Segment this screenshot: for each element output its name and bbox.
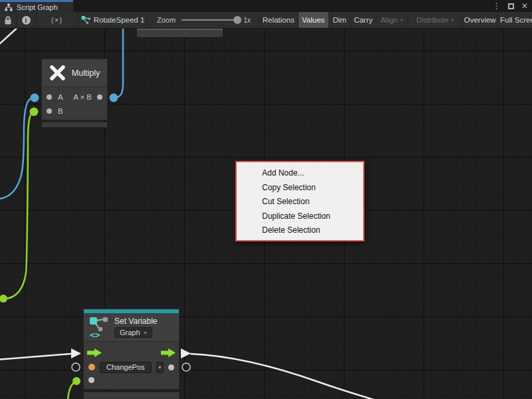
zoom-control: Zoom 1x <box>148 12 259 28</box>
port-label-b: B <box>58 107 63 115</box>
menu-item-duplicate-selection[interactable]: Duplicate Selection <box>237 209 363 224</box>
zoom-label: Zoom <box>157 16 176 24</box>
values-button[interactable]: Values <box>299 12 329 28</box>
distribute-label: Distribute <box>416 16 449 24</box>
multiply-row-b: B <box>42 104 107 118</box>
variable-name-label: ChangePos <box>106 363 145 371</box>
breadcrumb[interactable]: RotateSpeed 1 <box>78 12 148 28</box>
info-icon: i <box>22 16 31 25</box>
multiply-x-icon <box>49 65 66 81</box>
zoom-value: 1x <box>243 17 251 24</box>
menu-item-delete-selection[interactable]: Delete Selection <box>237 223 363 238</box>
port-variable-name[interactable] <box>88 364 95 370</box>
toolbar: i ⟨×⟩ RotateSpeed 1 Zoom 1x Relations Va… <box>0 12 532 29</box>
multiply-title: Multiply <box>72 68 100 78</box>
carry-button[interactable]: Carry <box>351 12 376 28</box>
port-output-value[interactable] <box>168 364 174 370</box>
set-variable-input-row <box>84 374 179 389</box>
menu-item-copy-selection[interactable]: Copy Selection <box>237 181 363 196</box>
set-variable-footer <box>83 392 180 399</box>
set-variable-flow-row <box>84 345 179 360</box>
close-icon[interactable]: ✕ <box>521 0 528 12</box>
set-variable-header[interactable]: <> Set Variable Graph ▾ <box>84 313 179 342</box>
partial-node-top[interactable] <box>137 29 223 37</box>
relations-button[interactable]: Relations <box>259 12 299 28</box>
maximize-icon[interactable] <box>508 3 514 9</box>
variable-scope-dropdown[interactable]: Graph ▾ <box>114 327 152 338</box>
overview-button[interactable]: Overview <box>463 12 498 28</box>
window-controls: ⋮ ✕ <box>493 0 528 12</box>
align-label: Align <box>380 16 398 24</box>
dim-button[interactable]: Dim <box>329 12 351 28</box>
chevron-down-icon: ▾ <box>400 17 403 23</box>
flow-output-arrow-icon[interactable] <box>161 348 176 357</box>
flow-input-arrow-icon[interactable] <box>87 348 102 357</box>
multiply-footer <box>41 122 108 128</box>
script-graph-window: Multiply A A × B B <> <box>0 0 532 399</box>
chevron-down-icon: ▾ <box>144 330 147 336</box>
variable-scope-label: Graph <box>120 329 140 336</box>
port-label-a: A <box>58 93 63 101</box>
multiply-header[interactable]: Multiply <box>42 59 107 87</box>
multiply-row-a: A A × B <box>42 90 107 104</box>
port-input-a[interactable] <box>47 94 52 100</box>
align-button[interactable]: Align ▾ <box>376 12 408 28</box>
port-input-value[interactable] <box>88 377 94 383</box>
breadcrumb-label: RotateSpeed 1 <box>94 16 145 24</box>
chevron-down-icon: ▾ <box>158 364 161 370</box>
set-variable-icon: <> <box>89 316 109 340</box>
variable-name-dropdown[interactable]: ChangePos <box>100 362 152 373</box>
set-variable-name-row: ChangePos ▾ <box>84 360 179 374</box>
lock-icon <box>4 16 12 25</box>
full-screen-button[interactable]: Full Screen <box>498 12 532 28</box>
tab-title: Script Graph <box>17 3 58 11</box>
lock-button[interactable] <box>0 12 17 28</box>
tab-bar: Script Graph ⋮ ✕ <box>0 0 532 12</box>
context-menu: Add Node... Copy Selection Cut Selection… <box>235 161 364 241</box>
set-variable-title: Set Variable <box>114 317 157 326</box>
zoom-slider-handle[interactable] <box>233 16 241 24</box>
inspect-button[interactable]: i <box>17 12 36 28</box>
graph-breadcrumb-icon <box>81 15 91 25</box>
window-menu-icon[interactable]: ⋮ <box>493 0 501 12</box>
tab-script-graph[interactable]: Script Graph <box>0 0 73 12</box>
port-input-b[interactable] <box>47 108 52 114</box>
menu-item-add-node[interactable]: Add Node... <box>237 166 363 181</box>
variables-icon: ⟨×⟩ <box>51 16 63 25</box>
port-label-output: A × B <box>73 93 92 101</box>
chevron-down-icon: ▾ <box>451 17 454 23</box>
code-brackets-icon: <> <box>90 330 100 340</box>
variable-name-dropdown-arrow[interactable]: ▾ <box>156 362 164 373</box>
variables-button[interactable]: ⟨×⟩ <box>36 12 78 28</box>
port-output-result[interactable] <box>97 94 102 100</box>
node-set-variable[interactable]: <> Set Variable Graph ▾ ChangePos <box>83 309 180 390</box>
distribute-button[interactable]: Distribute ▾ <box>408 12 463 28</box>
zoom-slider[interactable] <box>182 19 237 21</box>
menu-item-cut-selection[interactable]: Cut Selection <box>237 195 363 209</box>
node-multiply[interactable]: Multiply A A × B B <box>41 59 108 120</box>
graph-hierarchy-icon <box>5 3 13 11</box>
